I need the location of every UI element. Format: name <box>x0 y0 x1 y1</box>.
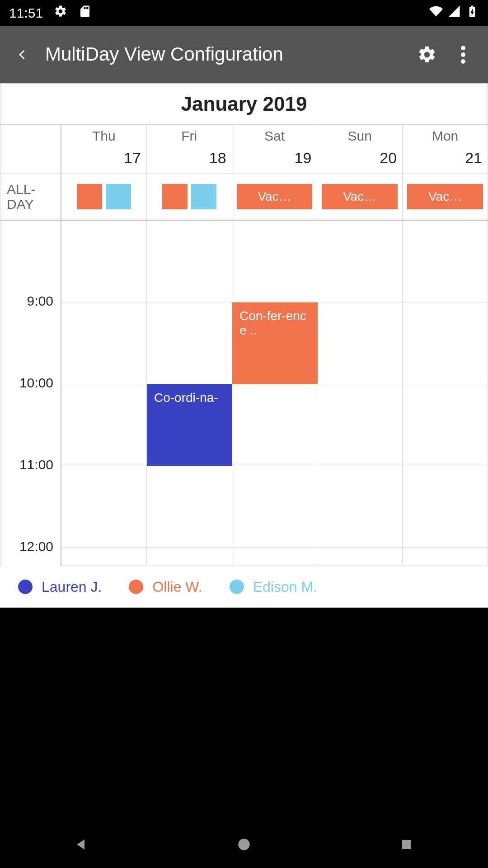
month-header: January 2019 <box>0 83 488 125</box>
gutter-num <box>0 146 61 174</box>
time-grid[interactable]: 9:00 10:00 11:00 <box>0 221 488 566</box>
hour-text: 11:00 <box>19 457 53 472</box>
app-title: MultiDay View Configuration <box>45 42 402 66</box>
sd-card-icon <box>78 5 92 21</box>
gutter-head <box>0 125 61 146</box>
svg-point-0 <box>461 46 465 50</box>
hour-cell[interactable] <box>61 302 147 384</box>
gear-icon <box>54 5 67 21</box>
svg-point-1 <box>461 52 465 57</box>
allday-row: ALL-DAY Vac… Vac… Vac… <box>0 174 488 221</box>
hour-cell[interactable] <box>61 548 147 566</box>
allday-event-edison[interactable] <box>191 184 216 209</box>
legend-item-ollie[interactable]: Ollie W. <box>129 579 202 595</box>
legend: Lauren J. Ollie W. Edison M. <box>0 566 488 608</box>
month-label: January 2019 <box>181 93 307 115</box>
hour-cell[interactable] <box>403 466 488 548</box>
calendar: Thu Fri Sat Sun Mon 17 18 19 20 21 ALL-D… <box>0 125 488 566</box>
hour-label: 10:00 <box>0 384 61 466</box>
hour-label: 11:00 <box>0 466 61 548</box>
day-name[interactable]: Fri <box>147 125 232 146</box>
legend-item-lauren[interactable]: Lauren J. <box>18 579 102 595</box>
hour-text: 12:00 <box>19 539 53 554</box>
hour-cell[interactable] <box>317 384 403 466</box>
day-name[interactable]: Mon <box>403 125 488 146</box>
hour-cell[interactable] <box>61 384 147 466</box>
hour-cell[interactable] <box>403 384 488 466</box>
nav-home-button[interactable] <box>233 833 255 856</box>
hour-label: 9:00 <box>0 302 61 384</box>
hour-cell[interactable] <box>147 302 232 384</box>
event-conference[interactable]: Con-fer-ence .. <box>232 302 318 384</box>
day-number[interactable]: 18 <box>147 146 232 174</box>
legend-label: Lauren J. <box>42 579 102 595</box>
day-number[interactable]: 17 <box>61 146 147 174</box>
svg-point-2 <box>461 59 465 64</box>
hour-cell[interactable] <box>317 548 403 566</box>
allday-cell-thu[interactable] <box>61 174 147 220</box>
hour-cell[interactable] <box>147 221 232 302</box>
nav-recent-button[interactable] <box>395 833 418 856</box>
hour-cell[interactable] <box>317 466 403 548</box>
legend-dot <box>129 580 143 594</box>
day-names-row: Thu Fri Sat Sun Mon <box>0 125 488 146</box>
hour-cell[interactable] <box>232 384 318 466</box>
allday-event-ollie[interactable] <box>162 184 188 209</box>
hour-gutter <box>0 221 61 302</box>
hour-cell[interactable] <box>317 221 403 302</box>
hour-cell[interactable] <box>232 548 318 566</box>
hour-cell[interactable] <box>232 221 318 302</box>
hour-cell[interactable] <box>61 466 147 548</box>
hour-cell[interactable] <box>232 466 318 548</box>
hour-cell[interactable] <box>403 548 488 566</box>
hour-cell[interactable] <box>403 221 488 302</box>
allday-cell-fri[interactable] <box>147 174 232 220</box>
day-name[interactable]: Thu <box>61 125 147 146</box>
day-number[interactable]: 20 <box>317 146 403 174</box>
hour-cell[interactable] <box>317 302 403 384</box>
hour-cell[interactable] <box>147 548 232 566</box>
day-name[interactable]: Sun <box>317 125 403 146</box>
settings-button[interactable] <box>416 43 438 66</box>
allday-cell-sun[interactable]: Vac… <box>317 174 403 220</box>
app-bar: MultiDay View Configuration <box>0 26 488 83</box>
allday-cell-sat[interactable]: Vac… <box>232 174 318 220</box>
allday-label: ALL-DAY <box>0 174 61 220</box>
svg-rect-4 <box>402 840 411 849</box>
cellular-icon <box>447 5 461 21</box>
day-number[interactable]: 19 <box>232 146 318 174</box>
allday-event-vacation[interactable]: Vac… <box>322 184 398 209</box>
nav-back-button[interactable] <box>70 833 93 856</box>
back-button[interactable] <box>14 46 32 64</box>
day-number[interactable]: 21 <box>403 146 488 174</box>
legend-label: Ollie W. <box>152 579 202 595</box>
allday-event-ollie[interactable] <box>77 184 102 209</box>
status-bar: 11:51 <box>0 0 488 26</box>
hour-cell[interactable] <box>403 302 488 384</box>
svg-point-3 <box>238 839 250 850</box>
legend-label: Edison M. <box>253 579 317 595</box>
allday-event-edison[interactable] <box>106 184 131 209</box>
hour-cell[interactable] <box>147 466 232 548</box>
hour-text: 9:00 <box>27 293 53 309</box>
allday-event-vacation[interactable]: Vac… <box>407 184 483 209</box>
legend-dot <box>230 580 244 594</box>
allday-event-vacation[interactable]: Vac… <box>237 184 313 209</box>
legend-dot <box>18 580 33 594</box>
day-name[interactable]: Sat <box>232 125 318 146</box>
wifi-icon <box>429 5 443 21</box>
legend-item-edison[interactable]: Edison M. <box>230 579 317 595</box>
hour-label: 12:00 <box>0 548 61 566</box>
hour-text: 10:00 <box>19 375 53 391</box>
battery-icon <box>465 5 479 21</box>
status-time: 11:51 <box>9 5 43 21</box>
overflow-menu-button[interactable] <box>452 43 474 66</box>
day-numbers-row: 17 18 19 20 21 <box>0 146 488 174</box>
hour-cell[interactable] <box>61 221 147 302</box>
event-coordination[interactable]: Co-ordi-na- <box>147 384 232 466</box>
allday-cell-mon[interactable]: Vac… <box>403 174 488 220</box>
android-nav-bar <box>0 821 488 868</box>
